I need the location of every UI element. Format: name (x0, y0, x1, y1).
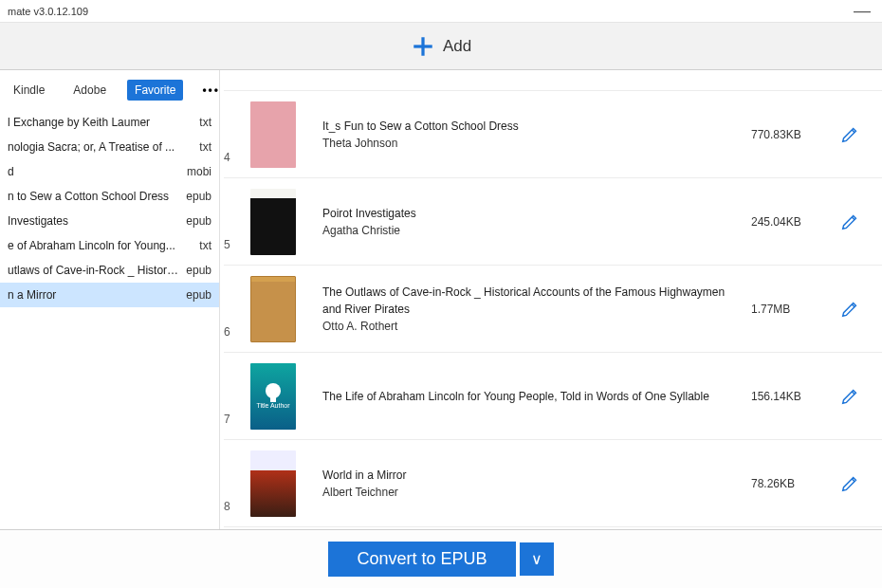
content: Kindle Adobe Favorite ••• l Exchange by … (0, 70, 882, 529)
main-panel: 4 It_s Fun to Sew a Cotton School Dress … (220, 70, 882, 529)
book-title: World in a Mirror (322, 467, 742, 484)
book-row[interactable] (224, 70, 882, 91)
edit-button[interactable] (831, 299, 869, 320)
row-index: 5 (224, 238, 243, 255)
tab-more-icon[interactable]: ••• (196, 83, 220, 97)
pencil-icon (839, 386, 860, 407)
book-meta: The Life of Abraham Lincoln for Young Pe… (322, 388, 751, 405)
edit-button[interactable] (831, 386, 869, 407)
edit-button[interactable] (831, 211, 869, 232)
add-label: Add (443, 37, 471, 56)
book-size: 1.77MB (751, 303, 831, 316)
minimize-button[interactable]: — (850, 1, 874, 21)
book-author: Agatha Christie (322, 222, 742, 239)
sidebar-tabs: Kindle Adobe Favorite ••• (0, 70, 219, 110)
sidebar-item[interactable]: e of Abraham Lincoln for Young...txt (0, 233, 219, 258)
pencil-icon (839, 124, 860, 145)
lightbulb-icon (266, 383, 281, 398)
book-cover (250, 276, 296, 342)
book-title: The Outlaws of Cave-in-Rock _ Historical… (322, 284, 742, 318)
row-index: 7 (224, 413, 243, 430)
book-title: Poirot Investigates (322, 205, 742, 222)
book-meta: Poirot Investigates Agatha Christie (322, 205, 751, 239)
book-meta: World in a Mirror Albert Teichner (322, 467, 751, 501)
book-cover (250, 101, 296, 168)
sidebar-item[interactable]: l Exchange by Keith Laumertxt (0, 110, 219, 135)
footer: Convert to EPUB ∨ (0, 529, 882, 588)
book-size: 78.26KB (751, 477, 831, 490)
sidebar-item[interactable]: utlaws of Cave-in-Rock _ Histori...epub (0, 258, 219, 283)
book-author: Theta Johnson (322, 135, 742, 152)
book-cover (250, 450, 296, 517)
book-list: 4 It_s Fun to Sew a Cotton School Dress … (220, 70, 882, 529)
add-button[interactable]: Add (411, 34, 471, 59)
book-author: Albert Teichner (322, 484, 742, 501)
toolbar: Add (0, 23, 882, 70)
edit-button[interactable] (831, 124, 869, 145)
row-index: 6 (224, 325, 243, 342)
tab-adobe[interactable]: Adobe (65, 80, 114, 101)
pencil-icon (839, 473, 860, 494)
edit-button[interactable] (831, 473, 869, 494)
convert-dropdown-button[interactable]: ∨ (520, 542, 554, 576)
book-row[interactable]: 4 It_s Fun to Sew a Cotton School Dress … (224, 91, 882, 178)
pencil-icon (839, 211, 860, 232)
plus-icon (411, 34, 435, 59)
sidebar-item[interactable]: Investigatesepub (0, 209, 219, 233)
tab-kindle[interactable]: Kindle (6, 80, 52, 101)
book-cover: Title Author (250, 363, 296, 430)
sidebar: Kindle Adobe Favorite ••• l Exchange by … (0, 70, 220, 529)
book-size: 770.83KB (751, 128, 831, 141)
titlebar: mate v3.0.12.109 — (0, 0, 882, 23)
sidebar-list: l Exchange by Keith Laumertxt nologia Sa… (0, 110, 219, 529)
sidebar-item[interactable]: n to Sew a Cotton School Dressepub (0, 184, 219, 209)
book-title: The Life of Abraham Lincoln for Young Pe… (322, 388, 742, 405)
book-meta: The Outlaws of Cave-in-Rock _ Historical… (322, 284, 751, 335)
book-row[interactable]: 6 The Outlaws of Cave-in-Rock _ Historic… (224, 266, 882, 353)
book-meta: It_s Fun to Sew a Cotton School Dress Th… (322, 118, 751, 152)
book-cover (250, 189, 296, 255)
book-title: It_s Fun to Sew a Cotton School Dress (322, 118, 742, 135)
row-index: 8 (224, 500, 243, 517)
cover-text: Title Author (256, 402, 289, 410)
pencil-icon (839, 299, 860, 320)
book-size: 245.04KB (751, 215, 831, 229)
book-row[interactable]: 7 Title Author The Life of Abraham Linco… (224, 353, 882, 440)
tab-favorite[interactable]: Favorite (127, 80, 183, 101)
convert-button[interactable]: Convert to EPUB (328, 542, 515, 577)
window-title: mate v3.0.12.109 (8, 6, 88, 17)
book-row[interactable]: 5 Poirot Investigates Agatha Christie 24… (224, 178, 882, 266)
sidebar-item[interactable]: nologia Sacra; or, A Treatise of ...txt (0, 135, 219, 159)
book-row[interactable]: 8 World in a Mirror Albert Teichner 78.2… (224, 440, 882, 527)
book-size: 156.14KB (751, 390, 831, 403)
book-author: Otto A. Rothert (322, 318, 742, 335)
row-index: 4 (224, 151, 243, 168)
sidebar-item[interactable]: dmobi (0, 159, 219, 184)
sidebar-item[interactable]: n a Mirrorepub (0, 283, 219, 307)
